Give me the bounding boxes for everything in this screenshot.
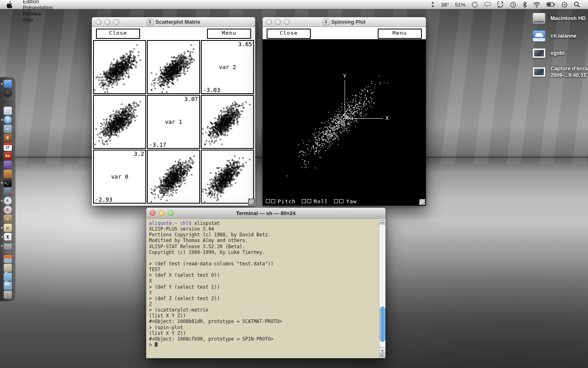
status-circle-icon[interactable]: [558, 0, 571, 9]
zoom-traffic-light[interactable]: [284, 19, 290, 25]
dock-dictionary-glyph: Aa: [4, 152, 12, 160]
pitch-minus-button[interactable]: [266, 199, 270, 203]
scatmat-toolbar: Close Menu: [92, 27, 255, 39]
scatter-canvas[interactable]: [94, 41, 145, 93]
terminal-body[interactable]: aliquote:~ chl$ xlispstatXLISP-PLUS vers…: [146, 219, 385, 358]
sync-icon[interactable]: [494, 0, 507, 9]
scatterplot-matrix-titlebar[interactable]: X Scatterplot Matrix: [92, 17, 255, 27]
desktop-icon-ch-lalanne[interactable]: ch.lalanne: [532, 30, 577, 42]
dock-documents-stack-icon[interactable]: [4, 264, 12, 272]
scatmat-menu-button[interactable]: Menu: [207, 29, 251, 39]
terminal-line: > (def Z (select test 2)): [149, 296, 378, 301]
dock-x11-icon[interactable]: X: [4, 233, 12, 241]
spin-close-button[interactable]: Close: [267, 29, 311, 39]
zoom-traffic-light[interactable]: [168, 210, 174, 216]
image-file-icon[interactable]: [532, 48, 546, 58]
spin-menu-button[interactable]: Menu: [378, 29, 422, 39]
minimize-traffic-light[interactable]: [275, 19, 281, 25]
battery-percent-text[interactable]: 51%: [452, 0, 468, 9]
dock-address-book-icon[interactable]: @: [4, 134, 12, 142]
scatter-cell-x-var1-y-var2[interactable]: [147, 40, 200, 94]
close-traffic-light[interactable]: [266, 19, 272, 25]
dock-keyboard-viewer-icon[interactable]: [4, 188, 12, 196]
spin-plot-canvas[interactable]: [263, 39, 426, 197]
terminal-titlebar[interactable]: Terminal — sh — 80×24: [146, 208, 385, 219]
roll-minus-button[interactable]: [302, 199, 306, 203]
image-file-icon[interactable]: [532, 67, 546, 77]
temperature-text[interactable]: 38°: [438, 0, 452, 9]
dock-finder-icon[interactable]: [4, 80, 12, 88]
apple-menu-icon[interactable]: [0, 0, 18, 9]
dock-gimp-icon[interactable]: [4, 170, 12, 178]
minimize-traffic-light[interactable]: [159, 210, 165, 216]
chat-icon[interactable]: [481, 0, 494, 9]
scatter-canvas[interactable]: [148, 41, 199, 93]
scatter-cell-x-var1-y-var0[interactable]: [147, 150, 200, 204]
battery-icon[interactable]: [543, 0, 558, 9]
yaw-minus-button[interactable]: [334, 199, 338, 203]
dock-stickies-icon[interactable]: [4, 98, 12, 106]
spinning-plot-titlebar[interactable]: X Spinning Plot: [263, 17, 426, 27]
yaw-plus-button[interactable]: [339, 199, 343, 203]
dock-home-icon[interactable]: ⌂: [4, 215, 12, 223]
terminal-scrollbar[interactable]: ▲ ▼: [379, 219, 385, 358]
terminal-resize-handle[interactable]: [379, 352, 385, 358]
clock-icon[interactable]: [468, 0, 481, 9]
menu-dition[interactable]: Édition: [18, 0, 57, 4]
time-machine-icon[interactable]: [507, 0, 519, 9]
dock-trash-icon[interactable]: [4, 291, 12, 299]
dock-preview-icon[interactable]: [4, 107, 12, 115]
spinning-plot-window: X Spinning Plot Close Menu PitchRollYaw: [263, 17, 426, 205]
desktop-icon-macintosh-hd[interactable]: Macintosh HD: [532, 13, 586, 24]
scatter-canvas[interactable]: [94, 96, 145, 148]
close-traffic-light[interactable]: [96, 19, 101, 25]
close-traffic-light[interactable]: [150, 210, 156, 216]
scatter-canvas[interactable]: [202, 150, 253, 203]
terminal-text[interactable]: aliquote:~ chl$ xlispstatXLISP-PLUS vers…: [149, 220, 378, 358]
dock-dictionary-icon[interactable]: Aa: [4, 152, 12, 160]
dock-xterm-icon[interactable]: [4, 242, 12, 250]
menu-prsentation[interactable]: Présentation: [18, 4, 57, 11]
menu-aide[interactable]: Aide: [18, 17, 57, 23]
dock-ical-icon[interactable]: 27: [4, 143, 12, 151]
scatter-canvas[interactable]: [148, 150, 199, 203]
updown-arrows-icon[interactable]: [428, 0, 438, 9]
dock-app-stack-icon[interactable]: [4, 255, 12, 263]
bluetooth-icon[interactable]: [519, 0, 530, 9]
dock-mail-icon[interactable]: ✉: [4, 125, 12, 133]
wifi-icon[interactable]: [530, 0, 543, 9]
scatter-cell-x-var0-y-var2[interactable]: [93, 40, 146, 94]
running-indicator: [1, 245, 2, 247]
running-indicator: [2, 236, 3, 238]
dock-r64-icon[interactable]: R: [4, 206, 12, 214]
spin-resize-handle[interactable]: [419, 199, 425, 205]
desktop-icon-label: Macintosh HD: [550, 15, 586, 22]
desktop-icon-capture-d-cran[interactable]: Capture d'écran 2009-...9.40.31: [532, 65, 588, 79]
dock-documents-folder-icon[interactable]: [4, 273, 12, 281]
scatmat-close-button[interactable]: Close: [96, 29, 140, 39]
dock-dashboard-icon[interactable]: [4, 89, 12, 97]
menu-fentre[interactable]: Fenêtre: [18, 11, 57, 17]
desktop-icon-xgobi[interactable]: xgobi: [532, 48, 565, 58]
split-pane-button[interactable]: [379, 219, 385, 224]
scatter-canvas[interactable]: [202, 96, 253, 148]
dock-downloads-folder-icon[interactable]: [4, 282, 12, 290]
minimize-traffic-light[interactable]: [105, 19, 110, 25]
scrollbar-thumb[interactable]: [380, 307, 385, 342]
roll-plus-button[interactable]: [307, 199, 311, 203]
pitch-plus-button[interactable]: [271, 199, 275, 203]
dock-terminal-icon[interactable]: >_: [4, 179, 12, 187]
dock-image-editor-icon[interactable]: [4, 161, 12, 169]
dock-r-icon[interactable]: R: [4, 197, 12, 205]
dock-safari-icon[interactable]: [4, 116, 12, 124]
dock-ical-glyph: 27: [4, 143, 12, 151]
scatmat-resize-handle[interactable]: [248, 199, 255, 205]
zoom-traffic-light[interactable]: [114, 19, 119, 25]
scatter-cell-x-var0-y-var1[interactable]: [93, 95, 146, 149]
network-drive-icon[interactable]: [532, 30, 546, 42]
scatter-cell-x-var2-y-var0[interactable]: [201, 150, 254, 204]
spotlight-icon[interactable]: [571, 0, 583, 9]
dock-stata-icon[interactable]: ▤: [4, 224, 12, 232]
hard-drive-icon[interactable]: [532, 13, 546, 24]
scatter-cell-x-var2-y-var1[interactable]: [201, 95, 254, 149]
